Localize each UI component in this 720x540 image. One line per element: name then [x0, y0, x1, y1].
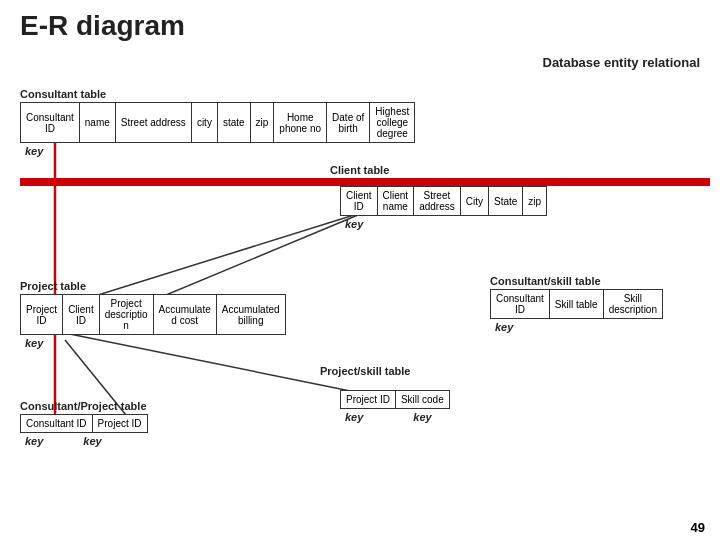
consultant-skill-label: Consultant/skill table [490, 275, 663, 287]
col-date-birth: Date ofbirth [327, 103, 370, 143]
col-consultant-id2: ConsultantID [491, 290, 550, 319]
project-skill-label: Project/skill table [320, 365, 410, 377]
subtitle: Database entity relational [543, 55, 701, 70]
col-state: state [217, 103, 250, 143]
consultant-table: ConsultantID name Street address city st… [20, 102, 415, 143]
project-table-section: Project table ProjectID ClientID Project… [20, 280, 286, 349]
page-title: E-R diagram [20, 10, 700, 42]
col-home-phone: Homephone no [274, 103, 327, 143]
consultant-project-table: Consultant ID Project ID [20, 414, 148, 433]
consultant-table-label: Consultant table [20, 88, 415, 100]
project-skill-section: Project/skill table [320, 365, 410, 379]
col-degree: Highestcollegedegree [370, 103, 415, 143]
col-street-address2: Streetaddress [414, 187, 461, 216]
col-state2: State [488, 187, 522, 216]
col-consultant-id: ConsultantID [21, 103, 80, 143]
consultant-skill-key-label: key [495, 321, 663, 333]
project-table: ProjectID ClientID Projectdescription Ac… [20, 294, 286, 335]
project-table-label: Project table [20, 280, 286, 292]
col-zip: zip [250, 103, 274, 143]
consultant-project-key2: key [83, 435, 101, 447]
client-key-label: key [345, 218, 547, 230]
col-skill-table: Skill table [549, 290, 603, 319]
col-project-id3: Project ID [341, 391, 396, 409]
client-table-label-wrapper: Client table [330, 164, 389, 178]
project-skill-table-section: Project ID Skill code key key [340, 390, 450, 423]
col-name: name [79, 103, 115, 143]
col-skill-desc: Skilldescription [603, 290, 662, 319]
col-city2: City [460, 187, 488, 216]
page: E-R diagram Database entity relational C… [0, 0, 720, 540]
col-client-id: ClientID [341, 187, 378, 216]
connector-lines [0, 0, 720, 540]
client-table-section: ClientID Clientname Streetaddress City S… [340, 186, 547, 230]
col-city: city [191, 103, 217, 143]
col-zip2: zip [523, 187, 547, 216]
col-client-id2: ClientID [63, 295, 100, 335]
col-consultant-id3: Consultant ID [21, 415, 93, 433]
client-table-label: Client table [330, 164, 389, 176]
col-accumulated-cost: Accumulated cost [153, 295, 216, 335]
skill-key: key [413, 411, 431, 423]
consultant-project-section: Consultant/Project table Consultant ID P… [20, 400, 148, 447]
consultant-key-label: key [25, 145, 415, 157]
consultant-project-key1: key [25, 435, 43, 447]
consultant-skill-section: Consultant/skill table ConsultantID Skil… [490, 275, 663, 333]
col-project-desc: Projectdescription [99, 295, 153, 335]
project-skill-table: Project ID Skill code [340, 390, 450, 409]
project-key-label: key [25, 337, 286, 349]
consultant-table-section: Consultant table ConsultantID name Stree… [20, 88, 415, 157]
col-client-name: Clientname [377, 187, 414, 216]
consultant-project-label: Consultant/Project table [20, 400, 148, 412]
col-project-id: ProjectID [21, 295, 63, 335]
col-street-address: Street address [115, 103, 191, 143]
col-project-id2: Project ID [92, 415, 147, 433]
client-table-red-bar [20, 178, 710, 186]
project-key2: key [345, 411, 363, 423]
client-table: ClientID Clientname Streetaddress City S… [340, 186, 547, 216]
col-accumulated-billing: Accumulatedbilling [216, 295, 285, 335]
col-skill-code: Skill code [395, 391, 449, 409]
page-number: 49 [691, 520, 705, 535]
consultant-skill-table: ConsultantID Skill table Skilldescriptio… [490, 289, 663, 319]
